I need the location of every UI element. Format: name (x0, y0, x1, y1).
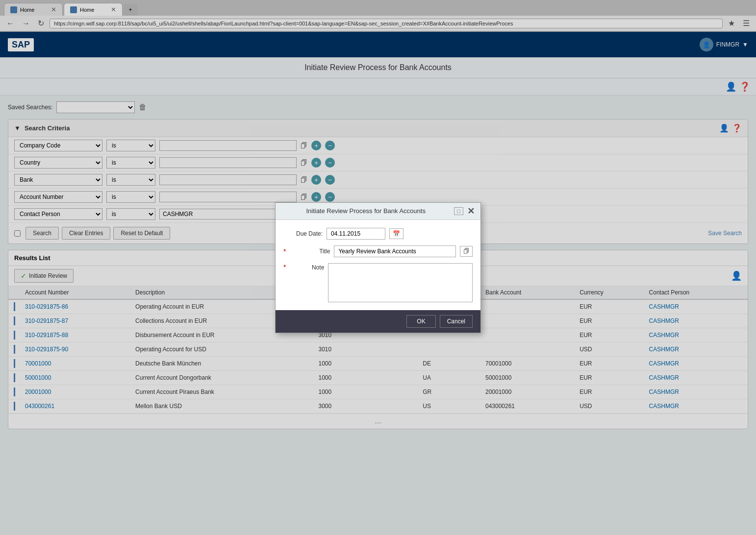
note-textarea[interactable] (328, 263, 473, 302)
modal-title: Initiate Review Process for Bank Account… (281, 207, 450, 215)
title-input[interactable] (334, 245, 456, 257)
modal-footer: OK Cancel (276, 310, 480, 333)
modal-dialog: Initiate Review Process for Bank Account… (275, 202, 481, 333)
modal-ok-button[interactable]: OK (406, 315, 435, 328)
modal-title-row: * Title 🗍 (283, 245, 473, 257)
date-picker-button[interactable]: 📅 (389, 228, 403, 239)
modal-due-date-row: Due Date: 📅 (283, 228, 473, 240)
modal-body: Due Date: 📅 * Title 🗍 * Note (276, 220, 480, 310)
modal-close-button[interactable]: ✕ (467, 207, 475, 216)
modal-note-row: * Note (283, 263, 473, 302)
due-date-input[interactable] (327, 228, 385, 240)
modal-cancel-button[interactable]: Cancel (440, 315, 473, 328)
modal-restore-button[interactable]: □ (454, 207, 463, 215)
title-copy-button[interactable]: 🗍 (460, 246, 473, 257)
modal-titlebar: Initiate Review Process for Bank Account… (276, 203, 480, 220)
due-date-label: Due Date: (283, 230, 323, 237)
title-required-indicator: * (283, 247, 286, 255)
title-field-label: Title (291, 248, 330, 255)
note-required-indicator: * (283, 263, 286, 271)
note-field-label: Note (287, 263, 324, 271)
modal-overlay: Initiate Review Process for Bank Account… (0, 0, 756, 535)
